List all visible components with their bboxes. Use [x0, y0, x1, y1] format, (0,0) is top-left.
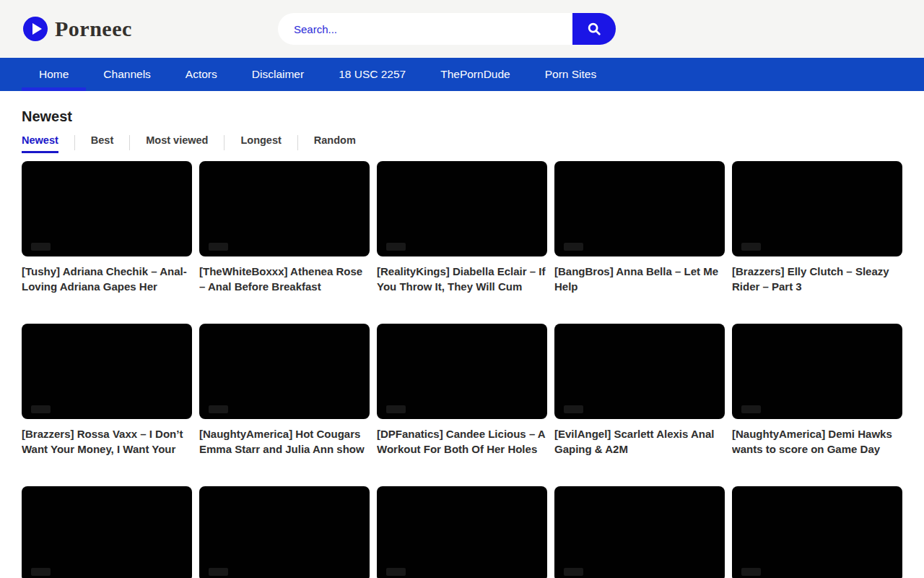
video-thumbnail[interactable] — [22, 486, 192, 578]
video-card[interactable]: [Brazzers] Elly Clutch – Sleazy Rider – … — [732, 161, 902, 294]
duration-badge — [209, 568, 228, 576]
nav-item-theporndude[interactable]: ThePornDude — [423, 58, 528, 91]
tab-divider — [74, 135, 75, 150]
tab-best[interactable]: Best — [91, 134, 113, 151]
video-thumbnail[interactable] — [732, 486, 902, 578]
video-title[interactable]: [EvilAngel] Scarlett Alexis Anal Gaping … — [554, 426, 725, 457]
video-title[interactable]: [TheWhiteBoxxx] Athenea Rose – Anal Befo… — [199, 264, 370, 294]
nav-item-18-usc-2257[interactable]: 18 USC 2257 — [321, 58, 423, 91]
tab-divider — [297, 135, 298, 150]
duration-badge — [209, 405, 228, 413]
video-card[interactable]: [DPFanatics] Candee Licious – A Workout … — [377, 324, 547, 457]
duration-badge — [209, 243, 228, 251]
video-card[interactable] — [732, 486, 902, 578]
video-card[interactable] — [199, 486, 370, 578]
video-thumbnail[interactable] — [22, 324, 192, 419]
nav-item-actors[interactable]: Actors — [168, 58, 235, 91]
search-button[interactable] — [572, 13, 616, 45]
main-nav: Home Channels Actors Disclaimer 18 USC 2… — [0, 58, 924, 91]
video-thumbnail[interactable] — [199, 161, 370, 256]
video-card[interactable] — [377, 486, 547, 578]
video-thumbnail[interactable] — [377, 324, 547, 419]
duration-badge — [386, 405, 406, 413]
nav-item-channels[interactable]: Channels — [86, 58, 168, 91]
video-thumbnail[interactable] — [732, 324, 902, 419]
video-card[interactable]: [NaughtyAmerica] Hot Cougars Emma Starr … — [199, 324, 370, 457]
video-thumbnail[interactable] — [554, 161, 725, 256]
tab-divider — [129, 135, 130, 150]
video-title[interactable]: [Tushy] Adriana Chechik – Anal-Loving Ad… — [22, 264, 192, 294]
video-grid: [Tushy] Adriana Chechik – Anal-Loving Ad… — [22, 161, 902, 578]
video-title[interactable]: [BangBros] Anna Bella – Let Me Help — [554, 264, 725, 294]
duration-badge — [564, 243, 583, 251]
video-title[interactable]: [Brazzers] Elly Clutch – Sleazy Rider – … — [732, 264, 902, 294]
duration-badge — [386, 568, 406, 576]
search-bar — [278, 13, 616, 45]
tab-newest[interactable]: Newest — [22, 134, 58, 153]
duration-badge — [741, 243, 761, 251]
video-title[interactable]: [NaughtyAmerica] Hot Cougars Emma Starr … — [199, 426, 370, 457]
search-input[interactable] — [278, 13, 572, 45]
video-title[interactable]: [NaughtyAmerica] Demi Hawks wants to sco… — [732, 426, 902, 457]
video-card[interactable]: [BangBros] Anna Bella – Let Me Help — [554, 161, 725, 294]
main-content: Newest Newest Best Most viewed Longest R… — [0, 108, 924, 578]
tab-most-viewed[interactable]: Most viewed — [146, 134, 208, 151]
page-title: Newest — [22, 108, 902, 125]
video-thumbnail[interactable] — [554, 324, 725, 419]
video-title[interactable]: [DPFanatics] Candee Licious – A Workout … — [377, 426, 547, 457]
video-thumbnail[interactable] — [554, 486, 725, 578]
duration-badge — [386, 243, 406, 251]
duration-badge — [31, 568, 51, 576]
video-title[interactable]: [RealityKings] Diabella Eclair – If You … — [377, 264, 547, 294]
video-thumbnail[interactable] — [377, 161, 547, 256]
play-icon — [23, 17, 48, 41]
brand-name: Porneec — [55, 17, 132, 41]
site-logo[interactable]: Porneec — [23, 17, 132, 41]
video-title[interactable]: [Brazzers] Rossa Vaxx – I Don’t Want You… — [22, 426, 192, 457]
video-card[interactable]: [EvilAngel] Scarlett Alexis Anal Gaping … — [554, 324, 725, 457]
video-thumbnail[interactable] — [377, 486, 547, 578]
video-card[interactable]: [RealityKings] Diabella Eclair – If You … — [377, 161, 547, 294]
video-card[interactable] — [554, 486, 725, 578]
nav-item-home[interactable]: Home — [22, 58, 86, 91]
video-thumbnail[interactable] — [199, 324, 370, 419]
nav-item-disclaimer[interactable]: Disclaimer — [235, 58, 321, 91]
magnifier-icon — [586, 21, 602, 37]
video-card[interactable]: [TheWhiteBoxxx] Athenea Rose – Anal Befo… — [199, 161, 370, 294]
duration-badge — [31, 405, 51, 413]
tab-divider — [224, 135, 225, 150]
video-thumbnail[interactable] — [22, 161, 192, 256]
duration-badge — [564, 568, 583, 576]
video-card[interactable] — [22, 486, 192, 578]
video-card[interactable]: [NaughtyAmerica] Demi Hawks wants to sco… — [732, 324, 902, 457]
video-card[interactable]: [Tushy] Adriana Chechik – Anal-Loving Ad… — [22, 161, 192, 294]
tab-longest[interactable]: Longest — [240, 134, 281, 151]
video-thumbnail[interactable] — [732, 161, 902, 256]
video-card[interactable]: [Brazzers] Rossa Vaxx – I Don’t Want You… — [22, 324, 192, 457]
video-thumbnail[interactable] — [199, 486, 370, 578]
site-header: Porneec — [0, 0, 924, 58]
sort-tabs: Newest Best Most viewed Longest Random — [22, 134, 902, 153]
nav-item-porn-sites[interactable]: Porn Sites — [528, 58, 614, 91]
duration-badge — [741, 568, 761, 576]
duration-badge — [564, 405, 583, 413]
duration-badge — [741, 405, 761, 413]
duration-badge — [31, 243, 51, 251]
tab-random[interactable]: Random — [314, 134, 356, 151]
